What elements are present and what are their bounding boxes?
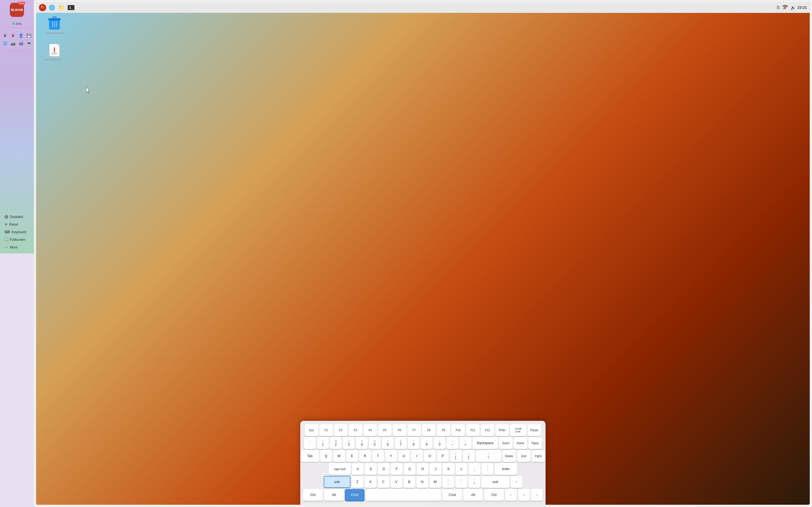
reset-icon: ✳: [4, 222, 8, 226]
wastebasket-icon-img: [48, 17, 61, 30]
sidebar-menu-more-label: More: [10, 245, 17, 249]
sidebar-icon-camera[interactable]: 📷: [10, 40, 16, 47]
sidebar-menu-disabled[interactable]: ⏻ Disabled: [3, 213, 31, 220]
plus-badge: Plus: [18, 2, 25, 5]
ping-indicator: 2ms: [12, 22, 22, 25]
folder-icon-btn[interactable]: 📁: [57, 4, 65, 11]
top-bar: 🍓 🌐 📁 $_ 𝔹: [36, 2, 406, 13]
file-icon-img: [48, 44, 61, 56]
cursor: [86, 87, 91, 95]
sidebar-divider-2: [3, 51, 31, 51]
sidebar-menu-disabled-label: Disabled: [10, 215, 23, 219]
terminal-icon: $_: [68, 5, 74, 10]
ping-text: 2ms: [16, 22, 22, 25]
terminal-icon-btn[interactable]: $_: [67, 4, 75, 11]
wastebasket-label: Wastebasket: [45, 30, 63, 34]
fullscreen-icon: ⛶: [4, 237, 8, 242]
sidebar-icons-grid: 🖥 🖥 👤 💾 🌐 📷 📹 💻: [2, 33, 32, 47]
app-header: BLIKVM Plus: [10, 3, 24, 17]
more-icon: ⋯: [4, 245, 8, 249]
remote-window: 🍓 🌐 📁 $_ 𝔹: [36, 2, 406, 253]
sidebar-icon-globe[interactable]: 🌐: [2, 40, 8, 47]
sidebar-icon-monitor1[interactable]: 🖥: [2, 33, 8, 39]
main-content: 🍓 🌐 📁 $_ 𝔹: [34, 0, 406, 253]
power-icon: ⏻: [4, 215, 8, 219]
sidebar-menu-fullscreen-label: Fullscreen: [10, 238, 26, 242]
globe-icon: 🌐: [49, 4, 55, 11]
sidebar-divider-1: [3, 27, 31, 28]
sidebar-menu-fullscreen[interactable]: ⛶ Fullscreen: [3, 236, 31, 243]
sidebar-icon-user[interactable]: 👤: [18, 33, 24, 39]
sidebar-icon-video[interactable]: 📹: [18, 40, 24, 47]
folder-icon: 📁: [58, 4, 64, 11]
app-logo-text: BLIKVM: [11, 8, 23, 11]
sidebar-menu-reset-label: Reset: [9, 223, 18, 226]
sidebar: BLIKVM Plus 2ms 🖥 🖥 👤 💾 🌐 📷 📹 💻 ⏻ Disabl…: [0, 0, 34, 253]
sidebar-icon-monitor2[interactable]: 🖥: [10, 33, 16, 39]
sidebar-menu-keyboard-label: Keyboard: [11, 230, 26, 234]
ping-dot: [12, 22, 15, 25]
keyboard-icon: ⌨: [4, 230, 10, 234]
file-desktop-icon[interactable]: 3345387197...: [43, 44, 66, 60]
app-logo[interactable]: BLIKVM Plus: [10, 3, 24, 17]
sidebar-menu: ⏻ Disabled ✳ Reset ⌨ Keyboard ⛶ Fullscre…: [0, 213, 34, 251]
sidebar-menu-keyboard[interactable]: ⌨ Keyboard: [3, 228, 31, 235]
sidebar-menu-reset[interactable]: ✳ Reset: [3, 221, 31, 228]
file-label: 3345387197...: [45, 57, 64, 60]
sidebar-icon-storage[interactable]: 💾: [26, 33, 32, 39]
remote-desktop[interactable]: Wastebasket: [36, 13, 406, 253]
globe-icon-btn[interactable]: 🌐: [48, 4, 56, 11]
sidebar-icon-laptop[interactable]: 💻: [26, 40, 32, 47]
raspberry-pi-icon[interactable]: 🍓: [39, 4, 46, 11]
wastebasket-desktop-icon[interactable]: Wastebasket: [43, 17, 66, 34]
sidebar-menu-more[interactable]: ⋯ More: [3, 244, 31, 251]
